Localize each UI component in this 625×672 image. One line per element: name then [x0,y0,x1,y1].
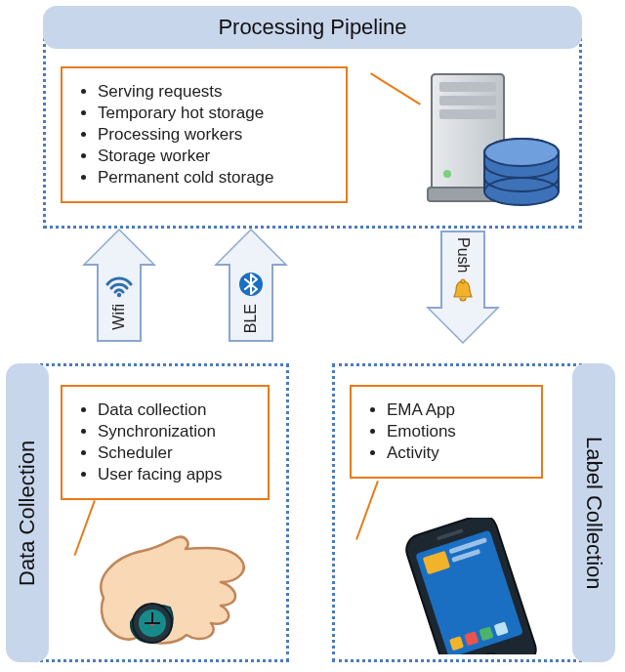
list-item: Storage worker [98,147,330,166]
data-collection-items-box: Data collection Synchronization Schedule… [61,385,270,500]
notification-bell-icon [450,278,476,304]
wifi-icon [105,274,133,298]
server-database-icon [414,66,570,213]
ble-arrow-label: BLE [242,304,260,333]
list-item: Synchronization [98,422,252,441]
list-item: Activity [387,443,525,463]
processing-title: Processing Pipeline [43,6,582,49]
svg-rect-18 [151,612,153,624]
smartphone-icon [371,518,566,654]
push-arrow-label: Push [454,237,472,273]
ble-arrow: BLE [218,231,284,342]
processing-items-box: Serving requests Temporary hot storage P… [61,66,348,203]
svg-rect-4 [439,96,496,105]
arrow-shaft: Push [440,231,485,309]
label-collection-title: Label Collection [572,363,615,662]
svg-point-13 [461,279,465,283]
data-collection-title-text: Data Collection [15,440,40,585]
processing-pipeline-panel: Processing Pipeline Serving requests Tem… [43,6,582,229]
list-item: Serving requests [98,82,330,102]
arrow-head-up [86,231,152,264]
list-item: EMA App [387,400,525,420]
list-item: Scheduler [98,443,252,463]
list-item: User facing apps [98,465,252,484]
data-collection-title: Data Collection [6,363,49,662]
label-collection-panel: Label Collection EMA App Emotions Activi… [332,363,615,662]
arrow-head-down [430,309,496,342]
label-collection-title-text: Label Collection [581,437,606,590]
arrow-head-up [218,231,284,264]
svg-point-11 [117,292,121,296]
list-item: Emotions [387,422,525,441]
wifi-arrow-label: Wifi [110,304,128,330]
processing-title-text: Processing Pipeline [218,15,406,40]
list-item: Permanent cold storage [98,168,330,188]
svg-rect-5 [439,109,496,119]
list-item: Data collection [98,400,252,420]
wifi-arrow: Wifi [86,231,152,342]
arrow-shaft: Wifi [97,264,142,342]
list-item: Temporary hot storage [98,104,330,123]
list-item: Processing workers [98,125,330,145]
data-collection-panel: Data Collection Data collection Synchron… [6,363,289,662]
push-arrow: Push [430,231,496,342]
svg-rect-3 [439,82,496,92]
arrow-shaft: BLE [229,264,273,342]
svg-point-10 [484,139,559,166]
bluetooth-icon [239,271,263,298]
svg-point-6 [443,170,451,178]
label-collection-items-box: EMA App Emotions Activity [350,385,543,479]
smartwatch-on-wrist-icon [84,529,260,656]
